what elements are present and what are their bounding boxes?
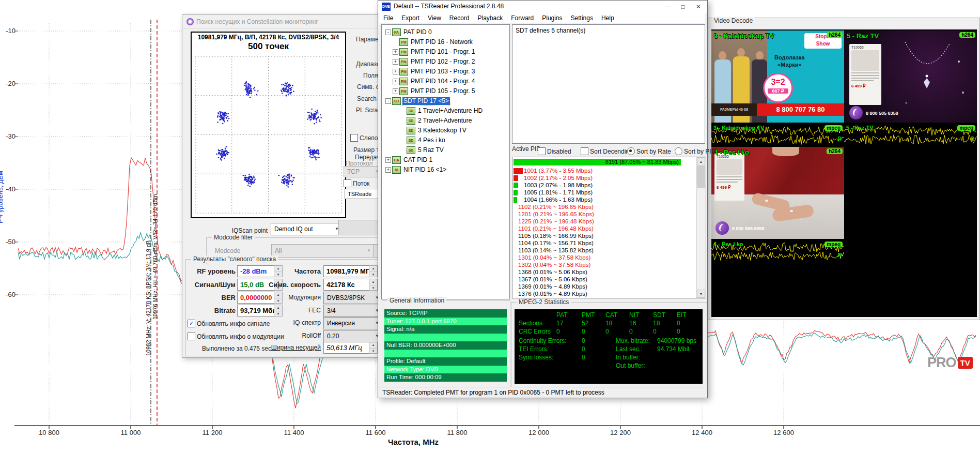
- stats-cell: 16: [629, 320, 636, 327]
- tsreader-titlebar[interactable]: DVB Default -- TSReader Professional 2.8…: [378, 1, 707, 13]
- video-canvas: Stop& Show Водолазка «Марки» 3=2 667 ₽ Р…: [711, 29, 977, 317]
- tree-expand-icon[interactable]: +: [393, 59, 398, 65]
- menu-file[interactable]: File: [379, 13, 397, 23]
- active-pids-list[interactable]: 8191 (87.05% ~ 81.83 Mbps) 1001 (3.77% -…: [512, 157, 706, 298]
- video-tile-raztv[interactable]: T10065 6 499 ₽ 8 800 505 6358 5 - Raz TV…: [844, 31, 977, 123]
- audio-tile-pesiko[interactable]: 4 - Pes i ko mpeg L R: [711, 240, 844, 262]
- fragment-stream-checkbox[interactable]: [344, 179, 351, 187]
- fragment-protocol-combo[interactable]: TCP▼: [344, 166, 382, 177]
- tree-item[interactable]: +PMPMT PID 103 - Progr. 3: [382, 67, 508, 76]
- tree-item[interactable]: -PAPAT PID 0: [382, 27, 508, 37]
- scroll-down-icon[interactable]: ▼: [697, 290, 705, 298]
- scrollbar[interactable]: ▲ ▼: [696, 157, 706, 298]
- carrier-width-label[interactable]: Ширина несущей: [254, 344, 321, 351]
- dialog-hidden-button[interactable]: [338, 220, 384, 235]
- tree-item[interactable]: SD2 Travel+Adventure: [382, 116, 508, 125]
- carrier-width-spinner[interactable]: ▲▼: [369, 342, 378, 354]
- tree-expand-icon[interactable]: -: [385, 29, 391, 35]
- constellation-box: 10981,979 МГц, В/П, 42178 Кс, DVBS2/8PSK…: [191, 32, 346, 218]
- sort-descending-label: Sort Decending: [590, 148, 633, 155]
- tree-item[interactable]: +PMPMT PID 105 - Progr. 5: [382, 86, 508, 96]
- video-tile-pesiko[interactable]: T10265 6 499 ₽ 8 800 505 6358 4 - Pes i …: [711, 147, 844, 239]
- menu-playback[interactable]: Playback: [474, 13, 507, 23]
- sort-descending-checkbox[interactable]: [581, 147, 588, 155]
- modulation-value: DVBS2/8PSK: [327, 294, 365, 302]
- x-axis-tick-label: 12 200: [604, 429, 637, 436]
- tree-item[interactable]: SD5 Raz TV: [382, 145, 508, 155]
- tree-expand-icon[interactable]: +: [393, 49, 398, 55]
- audio-tile-raztv[interactable]: 5 - Raz TV mpeg L R: [844, 124, 977, 146]
- tree-item-label: PAT PID 0: [402, 28, 433, 36]
- menu-view[interactable]: View: [424, 13, 445, 23]
- fec-combo[interactable]: 3/4▼: [323, 305, 382, 317]
- tree-expand-icon[interactable]: -: [385, 98, 391, 104]
- update-modulation-info-checkbox[interactable]: [188, 333, 195, 340]
- shop-swirl-logo: [715, 221, 729, 235]
- tree-item-label: NIT PID 16 <1>: [402, 166, 447, 174]
- audio-tile-kaleidoskop[interactable]: 3 - Kaleidoskop TV mpeg L R: [711, 124, 844, 146]
- tree-item[interactable]: +PMPMT PID 101 - Progr. 1: [382, 47, 508, 56]
- stats-cell: 0: [556, 328, 560, 335]
- menu-settings[interactable]: Settings: [567, 13, 597, 23]
- pid-row-label: 1369 (0.01% ~ 4.89 Kbps): [518, 283, 587, 290]
- product-card: T10065 6 499 ₽: [849, 44, 881, 105]
- tree-item[interactable]: PMPMT PID 16 - Network: [382, 37, 508, 47]
- tree-item-label: PMT PID 104 - Progr. 4: [410, 78, 476, 85]
- frequency-spinner[interactable]: ▲▼: [369, 265, 378, 277]
- modcode-combo[interactable]: All▼: [271, 244, 374, 258]
- tree-item-label: PMT PID 102 - Progr. 2: [410, 58, 476, 66]
- tree-item[interactable]: +CACAT PID 1: [382, 155, 508, 164]
- menu-plugins[interactable]: Plugins: [538, 13, 566, 23]
- sort-by-rate-radio[interactable]: [627, 147, 635, 155]
- rf-level-label: RF уровень: [184, 267, 236, 275]
- product-price: 6 499 ₽: [851, 84, 881, 88]
- maximize-button[interactable]: □: [675, 1, 691, 13]
- stats-cell: Last sec.:: [616, 345, 642, 353]
- stats-cell: Sync losses:: [519, 354, 553, 361]
- carrier-width-field[interactable]: 50,613 МГц: [323, 342, 372, 354]
- minimize-button[interactable]: –: [660, 1, 675, 13]
- tree-item[interactable]: SD1 Travel+Adventure HD: [382, 106, 508, 115]
- stats-cell: 0: [582, 328, 585, 335]
- update-signal-info-checkbox[interactable]: ✓: [188, 320, 195, 327]
- tree-item[interactable]: -SDSDT PID 17 <5>: [382, 96, 508, 106]
- fragment-blind-checkbox[interactable]: [350, 134, 358, 142]
- sort-by-pid-radio[interactable]: [675, 147, 682, 155]
- x-axis-tick-label: 11 800: [441, 429, 474, 436]
- sd-table-icon: SD: [407, 146, 415, 154]
- frequency-field[interactable]: 10981,979 МГ: [323, 265, 372, 277]
- symbol-rate-field[interactable]: 42178 Кс: [323, 279, 372, 291]
- tree-item[interactable]: SD4 Pes i ko: [382, 135, 508, 145]
- scrollbar-thumb[interactable]: [697, 166, 705, 188]
- tree-item[interactable]: +PMPMT PID 102 - Progr. 2: [382, 57, 508, 66]
- stats-cell: 0: [582, 354, 585, 361]
- tree-expand-icon[interactable]: +: [385, 167, 391, 173]
- disabled-label: Disabled: [547, 148, 571, 155]
- tree-expand-icon[interactable]: +: [393, 88, 398, 94]
- scroll-up-icon[interactable]: ▲: [697, 157, 705, 165]
- tree-expand-icon[interactable]: +: [385, 157, 391, 163]
- close-button[interactable]: ✕: [691, 1, 706, 13]
- y-axis-title: РЧ уровень, дБм: [0, 171, 4, 223]
- iq-spectrum-combo[interactable]: Инверсия▼: [323, 317, 382, 329]
- modulation-combo[interactable]: DVBS2/8PSK▼: [323, 292, 382, 304]
- disabled-checkbox[interactable]: [538, 147, 546, 155]
- fragment-tsreader-field[interactable]: TSReade: [345, 189, 382, 199]
- pid-rate-bar: [514, 168, 523, 174]
- menu-forward[interactable]: Forward: [507, 13, 538, 23]
- video-tile-kaleidoskop[interactable]: Stop& Show Водолазка «Марки» 3=2 667 ₽ Р…: [711, 31, 844, 123]
- stats-cell: PMT: [582, 311, 595, 319]
- menu-export[interactable]: Export: [397, 13, 424, 23]
- rolloff-combo[interactable]: 0.20▼: [323, 330, 382, 342]
- symbol-rate-spinner[interactable]: ▲▼: [369, 279, 378, 291]
- tree-expand-icon[interactable]: +: [393, 69, 398, 74]
- y-axis-tick-label: -20: [2, 80, 15, 87]
- tree-expand-icon[interactable]: +: [393, 79, 398, 84]
- tree-item[interactable]: +NINIT PID 16 <1>: [382, 165, 508, 174]
- tree-item[interactable]: SD3 Kaleidoskop TV: [382, 126, 508, 135]
- pid-rate-bar: [514, 175, 518, 181]
- iqscan-combo[interactable]: Demod IQ out▼: [271, 223, 341, 235]
- menu-help[interactable]: Help: [597, 13, 618, 23]
- menu-record[interactable]: Record: [445, 13, 474, 23]
- tree-item[interactable]: +PMPMT PID 104 - Progr. 4: [382, 77, 508, 86]
